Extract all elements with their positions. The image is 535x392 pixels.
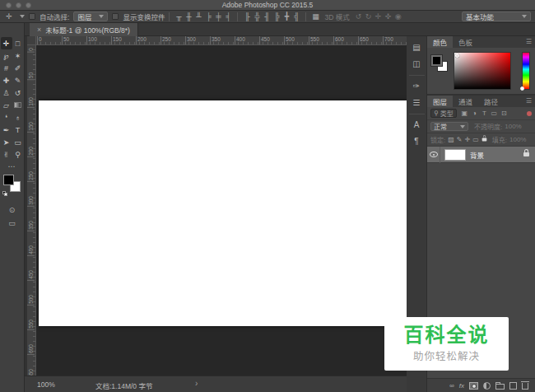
- quick-selection-tool[interactable]: ✶: [12, 49, 24, 62]
- hue-slider[interactable]: [522, 52, 530, 90]
- horizontal-ruler[interactable]: 0501001502002503003504004505005506006507…: [36, 36, 407, 45]
- tab-layers[interactable]: 图层: [427, 96, 453, 107]
- delete-layer-button[interactable]: [522, 383, 528, 390]
- align-right-edges[interactable]: ╡: [223, 12, 233, 22]
- new-group-button[interactable]: [495, 384, 505, 390]
- align-top-edges[interactable]: ╥: [174, 12, 184, 22]
- type-tool[interactable]: T: [12, 124, 24, 136]
- history-brush-tool[interactable]: ↺: [12, 86, 24, 99]
- tab-color[interactable]: 颜色: [427, 36, 453, 48]
- foreground-color-swatch[interactable]: [3, 175, 14, 185]
- distribute-horizontal-centers[interactable]: ╋: [281, 12, 291, 22]
- brush-tool[interactable]: ✎: [12, 74, 24, 86]
- quick-mask-button-icon[interactable]: ⊙: [9, 206, 16, 214]
- show-transform-checkbox[interactable]: [112, 13, 119, 20]
- filter-adjustment-layers-icon[interactable]: ◑: [471, 108, 478, 119]
- auto-align-layers-icon[interactable]: ▦: [310, 12, 320, 22]
- history-icon[interactable]: ▤: [409, 40, 424, 54]
- tab-swatches[interactable]: 色板: [453, 36, 478, 48]
- screen-mode-button-icon[interactable]: ▭: [8, 219, 16, 227]
- move-tool[interactable]: ✛: [1, 37, 12, 49]
- properties-icon[interactable]: ☰: [409, 95, 424, 110]
- layer-visibility-toggle[interactable]: [427, 147, 440, 163]
- align-bottom-edges[interactable]: ╨: [193, 12, 203, 22]
- default-colors-icon[interactable]: [2, 191, 9, 198]
- layer-row[interactable]: 背景: [427, 147, 535, 163]
- layer-filter-toggle[interactable]: [527, 111, 532, 116]
- document-canvas[interactable]: [39, 100, 407, 326]
- crop-tool[interactable]: #: [1, 62, 12, 74]
- edit-toolbar-button[interactable]: ⋯: [0, 162, 24, 170]
- layer-thumbnail[interactable]: [444, 149, 466, 161]
- 3d-slide-icon[interactable]: ✜: [384, 12, 393, 22]
- paragraph-panel-icon[interactable]: ¶: [409, 133, 424, 148]
- foreground-color-swatch[interactable]: [431, 55, 442, 66]
- distribute-right-edges[interactable]: ╣: [291, 12, 301, 22]
- panel-menu-icon[interactable]: ☰: [526, 38, 532, 45]
- lock-all-icon[interactable]: [482, 138, 486, 142]
- filter-shape-layers-icon[interactable]: ▭: [491, 108, 498, 119]
- lock-transparent-pixels-icon[interactable]: ▨: [448, 136, 454, 143]
- 3d-roll-icon[interactable]: ↻: [364, 12, 374, 22]
- align-horizontal-centers[interactable]: ╪: [213, 12, 223, 22]
- fill-value[interactable]: 100%: [509, 136, 526, 143]
- layer-name[interactable]: 背景: [470, 150, 523, 160]
- brush-presets-icon[interactable]: ✑: [409, 78, 424, 93]
- libraries-icon[interactable]: ◫: [409, 56, 424, 71]
- 3d-rotate-icon[interactable]: ↺: [354, 12, 364, 22]
- eyedropper-tool[interactable]: ✐: [12, 62, 24, 74]
- lock-icon[interactable]: [523, 152, 529, 156]
- layer-filter-kind-dropdown[interactable]: ⚲ 类型: [430, 109, 457, 118]
- ruler-origin-corner[interactable]: [27, 36, 36, 45]
- opacity-value[interactable]: 100%: [505, 123, 521, 130]
- distribute-vertical-centers[interactable]: ╬: [252, 12, 262, 22]
- dodge-tool[interactable]: ♁: [12, 111, 24, 124]
- zoom-tool[interactable]: ⚲: [12, 148, 24, 161]
- hand-tool[interactable]: ✌: [1, 148, 12, 161]
- distribute-bottom-edges[interactable]: ╢: [262, 12, 272, 22]
- hue-slider-marker[interactable]: [520, 86, 524, 91]
- filter-smart-objects-icon[interactable]: ⊡: [500, 108, 508, 119]
- distribute-top-edges[interactable]: ╟: [242, 12, 252, 22]
- clone-stamp-tool[interactable]: ♙: [1, 86, 12, 99]
- lock-image-pixels-icon[interactable]: ✎: [457, 136, 463, 143]
- align-left-edges[interactable]: ╞: [203, 12, 213, 22]
- new-layer-button[interactable]: [509, 382, 517, 390]
- layer-style-button[interactable]: fx: [459, 382, 464, 390]
- zoom-level-field[interactable]: 100%: [37, 380, 55, 389]
- shape-tool[interactable]: ▭: [12, 136, 24, 148]
- filter-pixel-layers-icon[interactable]: ▣: [461, 108, 468, 119]
- status-menu-chevron-icon[interactable]: ›: [195, 379, 198, 388]
- distribute-left-edges[interactable]: ╠: [272, 12, 281, 22]
- saturation-brightness-field[interactable]: [454, 52, 511, 90]
- filter-type-layers-icon[interactable]: T: [481, 108, 488, 119]
- 3d-drag-icon[interactable]: ✛: [374, 12, 384, 22]
- path-selection-tool[interactable]: ➤: [1, 136, 12, 148]
- gradient-tool[interactable]: [12, 99, 24, 111]
- blur-tool[interactable]: ❛: [1, 111, 12, 124]
- add-layer-mask-button[interactable]: [469, 382, 478, 390]
- marquee-tool[interactable]: □: [12, 37, 24, 49]
- eraser-tool[interactable]: ▱: [1, 99, 12, 111]
- auto-select-checkbox[interactable]: [29, 13, 35, 20]
- tool-preset-caret-icon[interactable]: [20, 15, 25, 18]
- workspace-switcher-dropdown[interactable]: 基本功能: [462, 12, 531, 21]
- document-tab[interactable]: × 未标题-1 @ 100%(RGB/8*): [30, 23, 138, 36]
- healing-brush-tool[interactable]: ✚: [1, 74, 12, 86]
- color-picker-marker[interactable]: [455, 54, 459, 58]
- panel-menu-icon[interactable]: ☰: [526, 97, 532, 105]
- character-panel-icon[interactable]: A: [409, 117, 424, 132]
- auto-select-target-dropdown[interactable]: 图层: [73, 12, 108, 21]
- tab-channels[interactable]: 通道: [453, 96, 478, 107]
- 3d-scale-icon[interactable]: ◉: [393, 12, 403, 22]
- blend-mode-dropdown[interactable]: 正常: [430, 122, 468, 131]
- tab-paths[interactable]: 路径: [478, 96, 504, 107]
- lock-position-icon[interactable]: ✛: [465, 136, 471, 143]
- align-vertical-centers[interactable]: ╫: [184, 12, 193, 22]
- link-layers-button[interactable]: ∞: [449, 382, 454, 390]
- vertical-ruler[interactable]: 050100150200250300350400450500550600650: [27, 45, 36, 376]
- canvas-viewport[interactable]: [36, 45, 407, 376]
- lock-artboard-icon[interactable]: ▭: [472, 136, 479, 143]
- lasso-tool[interactable]: ℘: [1, 49, 12, 62]
- pen-tool[interactable]: ✒: [1, 124, 12, 136]
